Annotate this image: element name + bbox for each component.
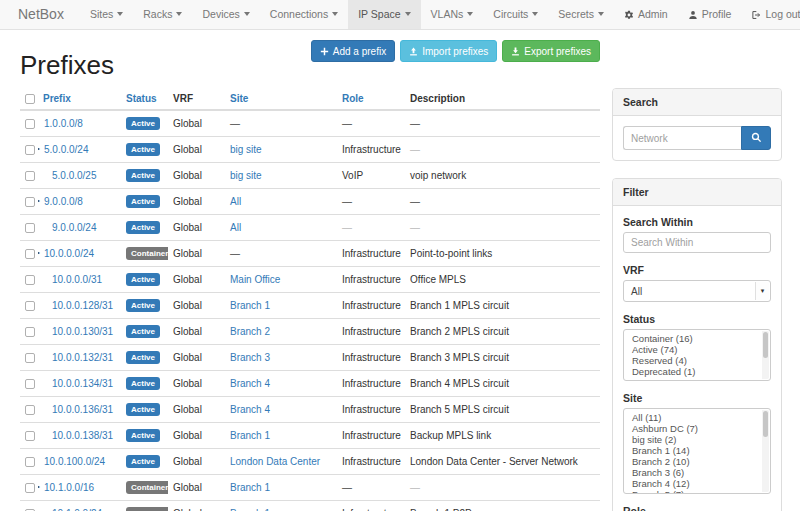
listbox-option[interactable]: All (11) (624, 412, 770, 423)
prefix-link[interactable]: 9.0.0.0/24 (52, 222, 96, 233)
main-content: Add a prefixImport prefixesExport prefix… (20, 30, 600, 511)
row-checkbox[interactable] (25, 483, 35, 493)
add-a-prefix-button[interactable]: Add a prefix (311, 40, 395, 62)
row-checkbox[interactable] (25, 145, 35, 155)
vrf-text: Global (168, 397, 225, 423)
prefix-link[interactable]: 10.0.0.0/31 (52, 274, 102, 285)
listbox-option[interactable]: big site (2) (624, 434, 770, 445)
listbox-option[interactable]: Ashburn DC (7) (624, 423, 770, 434)
prefix-link[interactable]: 9.0.0.0/8 (44, 196, 83, 207)
row-checkbox[interactable] (25, 223, 35, 233)
site-link[interactable]: Main Office (230, 274, 280, 285)
prefix-link[interactable]: 10.0.0.138/31 (52, 430, 113, 441)
row-checkbox[interactable] (25, 301, 35, 311)
tree-expand-arrow[interactable]: ▸ (38, 248, 40, 257)
nav-item-circuits[interactable]: Circuits (483, 0, 548, 29)
scrollbar-thumb[interactable] (763, 411, 768, 437)
row-checkbox[interactable] (25, 119, 35, 129)
nav-item-vlans[interactable]: VLANs (421, 0, 484, 29)
search-panel-title: Search (613, 89, 781, 116)
row-checkbox[interactable] (25, 275, 35, 285)
tree-expand-arrow[interactable]: ▸ (38, 482, 40, 491)
filter-input-search-within[interactable] (623, 232, 771, 253)
site-link[interactable]: Branch 4 (230, 378, 270, 389)
status-badge: Active (126, 117, 160, 130)
listbox-option[interactable]: Branch 3 (6) (624, 467, 770, 478)
search-input[interactable] (623, 126, 741, 150)
prefix-link[interactable]: 5.0.0.0/24 (44, 144, 88, 155)
listbox-option[interactable]: Reserved (4) (624, 355, 770, 366)
prefix-link[interactable]: 10.0.0.0/24 (44, 248, 94, 259)
listbox-option[interactable]: Branch 5 (7) (624, 489, 770, 494)
prefix-link[interactable]: 10.0.0.136/31 (52, 404, 113, 415)
description-text: Branch 4 MPLS circuit (410, 378, 509, 389)
status-badge: Active (126, 273, 160, 286)
listbox-option[interactable]: Container (16) (624, 333, 770, 344)
prefix-link[interactable]: 10.0.0.130/31 (52, 326, 113, 337)
filter-label-site: Site (623, 392, 771, 404)
row-checkbox[interactable] (25, 249, 35, 259)
nav-item-connections[interactable]: Connections (260, 0, 348, 29)
nav-item-profile[interactable]: Profile (678, 0, 742, 29)
prefix-link[interactable]: 10.1.0.0/16 (44, 482, 94, 493)
listbox-option[interactable]: Active (74) (624, 344, 770, 355)
nav-item-racks[interactable]: Racks (133, 0, 192, 29)
prefix-link[interactable]: 10.0.0.128/31 (52, 300, 113, 311)
site-link[interactable]: London Data Center (230, 456, 320, 467)
site-link[interactable]: Branch 3 (230, 352, 270, 363)
listbox-option[interactable]: Deprecated (1) (624, 366, 770, 377)
listbox-option[interactable]: Branch 4 (12) (624, 478, 770, 489)
column-header-prefix[interactable]: Prefix (38, 88, 121, 110)
listbox-option[interactable]: Branch 1 (14) (624, 445, 770, 456)
site-link[interactable]: Branch 1 (230, 430, 270, 441)
export-prefixes-button[interactable]: Export prefixes (502, 40, 600, 62)
nav-item-log-out[interactable]: Log out (741, 0, 800, 29)
scrollbar[interactable] (762, 410, 769, 492)
row-checkbox[interactable] (25, 431, 35, 441)
description-text: voip network (410, 170, 466, 181)
prefix-link[interactable]: 10.0.100.0/24 (44, 456, 105, 467)
site-link[interactable]: big site (230, 144, 262, 155)
site-link[interactable]: big site (230, 170, 262, 181)
description-text: Point-to-point links (410, 248, 492, 259)
prefix-link[interactable]: 10.0.0.134/31 (52, 378, 113, 389)
row-checkbox[interactable] (25, 327, 35, 337)
column-header-site[interactable]: Site (225, 88, 337, 110)
site-link[interactable]: All (230, 222, 241, 233)
scrollbar-thumb[interactable] (763, 332, 768, 358)
nav-item-sites[interactable]: Sites (80, 0, 133, 29)
nav-item-secrets[interactable]: Secrets (548, 0, 614, 29)
row-checkbox[interactable] (25, 379, 35, 389)
prefix-link[interactable]: 10.0.0.132/31 (52, 352, 113, 363)
import-prefixes-button[interactable]: Import prefixes (400, 40, 497, 62)
tree-expand-arrow[interactable]: ▸ (38, 144, 40, 153)
search-button[interactable] (741, 126, 771, 150)
table-row: 10.0.0.136/31ActiveGlobalBranch 4Infrast… (20, 397, 600, 423)
scrollbar[interactable] (762, 331, 769, 379)
prefix-link[interactable]: 5.0.0.0/25 (52, 170, 96, 181)
site-link[interactable]: Branch 4 (230, 404, 270, 415)
column-header-role[interactable]: Role (337, 88, 405, 110)
site-link[interactable]: All (230, 196, 241, 207)
brand[interactable]: NetBox (18, 0, 64, 29)
row-checkbox[interactable] (25, 353, 35, 363)
prefix-table: PrefixStatusVRFSiteRoleDescription 1.0.0… (20, 88, 600, 511)
select-all-checkbox[interactable] (25, 94, 35, 104)
nav-item-ip-space[interactable]: IP Space (348, 0, 420, 29)
site-link[interactable]: Branch 1 (230, 300, 270, 311)
row-checkbox[interactable] (25, 171, 35, 181)
row-checkbox[interactable] (25, 405, 35, 415)
site-link[interactable]: Branch 2 (230, 326, 270, 337)
column-header-status[interactable]: Status (121, 88, 168, 110)
nav-item-devices[interactable]: Devices (192, 0, 259, 29)
site-link[interactable]: Branch 1 (230, 482, 270, 493)
listbox-option[interactable]: Branch 2 (10) (624, 456, 770, 467)
row-checkbox[interactable] (25, 197, 35, 207)
nav-item-admin[interactable]: Admin (614, 0, 678, 29)
filter-select-vrf[interactable]: All▾ (623, 280, 771, 302)
tree-expand-arrow[interactable]: ▸ (38, 196, 40, 205)
filter-label-vrf: VRF (623, 264, 771, 276)
row-checkbox[interactable] (25, 457, 35, 467)
role-text: Infrastructure (342, 404, 401, 415)
prefix-link[interactable]: 1.0.0.0/8 (44, 118, 83, 129)
